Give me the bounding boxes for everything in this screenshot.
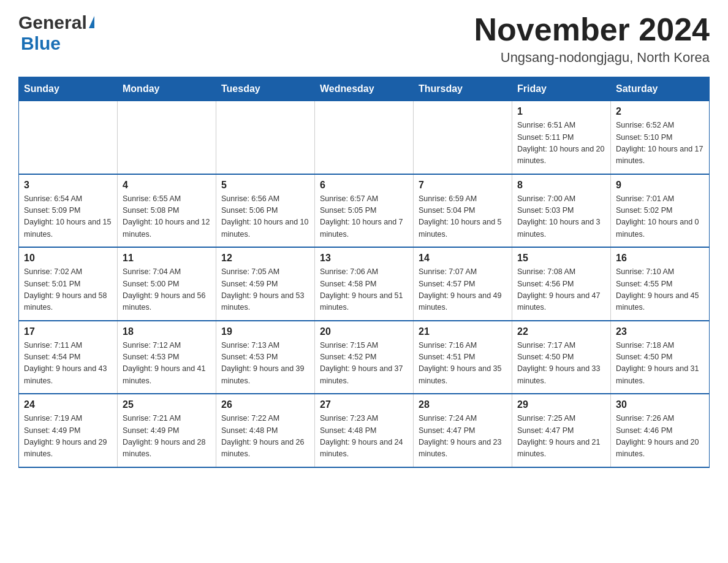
cell-day-number: 27 bbox=[320, 399, 408, 410]
calendar-cell bbox=[19, 101, 118, 174]
cell-info: Sunrise: 6:59 AMSunset: 5:04 PMDaylight:… bbox=[419, 193, 507, 241]
calendar-cell: 9Sunrise: 7:01 AMSunset: 5:02 PMDaylight… bbox=[611, 174, 710, 248]
cell-day-number: 6 bbox=[320, 180, 408, 191]
logo-general-text: General bbox=[18, 12, 87, 33]
cell-day-number: 5 bbox=[221, 180, 309, 191]
cell-info: Sunrise: 6:57 AMSunset: 5:05 PMDaylight:… bbox=[320, 193, 408, 241]
cell-info: Sunrise: 6:52 AMSunset: 5:10 PMDaylight:… bbox=[616, 120, 704, 167]
cell-day-number: 24 bbox=[24, 399, 112, 410]
calendar-cell: 20Sunrise: 7:15 AMSunset: 4:52 PMDayligh… bbox=[315, 321, 414, 394]
cell-info: Sunrise: 7:04 AMSunset: 5:00 PMDaylight:… bbox=[123, 266, 211, 314]
cell-info: Sunrise: 7:00 AMSunset: 5:03 PMDaylight:… bbox=[517, 193, 605, 241]
logo: General Blue bbox=[18, 12, 94, 54]
cell-day-number: 11 bbox=[123, 253, 211, 264]
calendar-week-row: 1Sunrise: 6:51 AMSunset: 5:11 PMDaylight… bbox=[19, 101, 710, 174]
calendar-cell: 17Sunrise: 7:11 AMSunset: 4:54 PMDayligh… bbox=[19, 321, 118, 394]
weekday-header-row: SundayMondayTuesdayWednesdayThursdayFrid… bbox=[19, 77, 710, 101]
calendar-cell: 3Sunrise: 6:54 AMSunset: 5:09 PMDaylight… bbox=[19, 174, 118, 248]
calendar-week-row: 3Sunrise: 6:54 AMSunset: 5:09 PMDaylight… bbox=[19, 174, 710, 248]
calendar-cell bbox=[315, 101, 414, 174]
calendar-cell: 15Sunrise: 7:08 AMSunset: 4:56 PMDayligh… bbox=[512, 247, 611, 321]
weekday-header-friday: Friday bbox=[512, 77, 611, 101]
calendar-cell: 30Sunrise: 7:26 AMSunset: 4:46 PMDayligh… bbox=[611, 394, 710, 467]
cell-day-number: 19 bbox=[221, 326, 309, 337]
cell-info: Sunrise: 7:18 AMSunset: 4:50 PMDaylight:… bbox=[616, 340, 704, 388]
calendar-cell: 6Sunrise: 6:57 AMSunset: 5:05 PMDaylight… bbox=[315, 174, 414, 248]
cell-day-number: 17 bbox=[24, 326, 112, 337]
cell-day-number: 16 bbox=[616, 253, 704, 264]
calendar-table: SundayMondayTuesdayWednesdayThursdayFrid… bbox=[18, 77, 710, 468]
weekday-header-tuesday: Tuesday bbox=[216, 77, 315, 101]
calendar-cell: 12Sunrise: 7:05 AMSunset: 4:59 PMDayligh… bbox=[216, 247, 315, 321]
weekday-header-monday: Monday bbox=[118, 77, 216, 101]
title-area: November 2024 Ungsang-nodongjagu, North … bbox=[474, 12, 710, 66]
calendar-cell: 26Sunrise: 7:22 AMSunset: 4:48 PMDayligh… bbox=[216, 394, 315, 467]
cell-info: Sunrise: 7:12 AMSunset: 4:53 PMDaylight:… bbox=[123, 340, 211, 388]
calendar-cell: 18Sunrise: 7:12 AMSunset: 4:53 PMDayligh… bbox=[118, 321, 216, 394]
calendar-cell: 24Sunrise: 7:19 AMSunset: 4:49 PMDayligh… bbox=[19, 394, 118, 467]
cell-day-number: 12 bbox=[221, 253, 309, 264]
cell-info: Sunrise: 7:19 AMSunset: 4:49 PMDaylight:… bbox=[24, 413, 112, 461]
cell-info: Sunrise: 7:25 AMSunset: 4:47 PMDaylight:… bbox=[517, 413, 605, 461]
calendar-cell: 13Sunrise: 7:06 AMSunset: 4:58 PMDayligh… bbox=[315, 247, 414, 321]
cell-info: Sunrise: 6:56 AMSunset: 5:06 PMDaylight:… bbox=[221, 193, 309, 241]
cell-day-number: 7 bbox=[419, 180, 507, 191]
cell-day-number: 10 bbox=[24, 253, 112, 264]
cell-day-number: 9 bbox=[616, 180, 704, 191]
cell-day-number: 8 bbox=[517, 180, 605, 191]
cell-info: Sunrise: 7:15 AMSunset: 4:52 PMDaylight:… bbox=[320, 340, 408, 388]
calendar-cell: 14Sunrise: 7:07 AMSunset: 4:57 PMDayligh… bbox=[414, 247, 512, 321]
calendar-cell: 1Sunrise: 6:51 AMSunset: 5:11 PMDaylight… bbox=[512, 101, 611, 174]
cell-info: Sunrise: 7:05 AMSunset: 4:59 PMDaylight:… bbox=[221, 266, 309, 314]
calendar-cell bbox=[216, 101, 315, 174]
calendar-cell: 22Sunrise: 7:17 AMSunset: 4:50 PMDayligh… bbox=[512, 321, 611, 394]
cell-info: Sunrise: 7:08 AMSunset: 4:56 PMDaylight:… bbox=[517, 266, 605, 314]
calendar-cell: 23Sunrise: 7:18 AMSunset: 4:50 PMDayligh… bbox=[611, 321, 710, 394]
cell-info: Sunrise: 7:11 AMSunset: 4:54 PMDaylight:… bbox=[24, 340, 112, 388]
calendar-cell: 10Sunrise: 7:02 AMSunset: 5:01 PMDayligh… bbox=[19, 247, 118, 321]
cell-info: Sunrise: 7:01 AMSunset: 5:02 PMDaylight:… bbox=[616, 193, 704, 241]
calendar-cell: 21Sunrise: 7:16 AMSunset: 4:51 PMDayligh… bbox=[414, 321, 512, 394]
cell-info: Sunrise: 7:02 AMSunset: 5:01 PMDaylight:… bbox=[24, 266, 112, 314]
calendar-cell: 5Sunrise: 6:56 AMSunset: 5:06 PMDaylight… bbox=[216, 174, 315, 248]
cell-info: Sunrise: 7:06 AMSunset: 4:58 PMDaylight:… bbox=[320, 266, 408, 314]
cell-day-number: 28 bbox=[419, 399, 507, 410]
cell-info: Sunrise: 6:54 AMSunset: 5:09 PMDaylight:… bbox=[24, 193, 112, 241]
cell-day-number: 21 bbox=[419, 326, 507, 337]
cell-day-number: 22 bbox=[517, 326, 605, 337]
cell-info: Sunrise: 7:24 AMSunset: 4:47 PMDaylight:… bbox=[419, 413, 507, 461]
cell-day-number: 14 bbox=[419, 253, 507, 264]
cell-day-number: 18 bbox=[123, 326, 211, 337]
cell-info: Sunrise: 7:23 AMSunset: 4:48 PMDaylight:… bbox=[320, 413, 408, 461]
cell-info: Sunrise: 7:16 AMSunset: 4:51 PMDaylight:… bbox=[419, 340, 507, 388]
calendar-title: November 2024 bbox=[474, 12, 710, 47]
weekday-header-thursday: Thursday bbox=[414, 77, 512, 101]
calendar-week-row: 10Sunrise: 7:02 AMSunset: 5:01 PMDayligh… bbox=[19, 247, 710, 321]
calendar-cell: 25Sunrise: 7:21 AMSunset: 4:49 PMDayligh… bbox=[118, 394, 216, 467]
cell-day-number: 1 bbox=[517, 106, 605, 117]
cell-day-number: 23 bbox=[616, 326, 704, 337]
cell-day-number: 4 bbox=[123, 180, 211, 191]
weekday-header-saturday: Saturday bbox=[611, 77, 710, 101]
cell-day-number: 13 bbox=[320, 253, 408, 264]
calendar-cell: 29Sunrise: 7:25 AMSunset: 4:47 PMDayligh… bbox=[512, 394, 611, 467]
calendar-week-row: 24Sunrise: 7:19 AMSunset: 4:49 PMDayligh… bbox=[19, 394, 710, 467]
calendar-cell: 27Sunrise: 7:23 AMSunset: 4:48 PMDayligh… bbox=[315, 394, 414, 467]
calendar-cell bbox=[414, 101, 512, 174]
cell-info: Sunrise: 6:55 AMSunset: 5:08 PMDaylight:… bbox=[123, 193, 211, 241]
calendar-week-row: 17Sunrise: 7:11 AMSunset: 4:54 PMDayligh… bbox=[19, 321, 710, 394]
calendar-cell: 28Sunrise: 7:24 AMSunset: 4:47 PMDayligh… bbox=[414, 394, 512, 467]
cell-info: Sunrise: 7:10 AMSunset: 4:55 PMDaylight:… bbox=[616, 266, 704, 314]
logo-blue-text: Blue bbox=[21, 33, 61, 53]
cell-day-number: 3 bbox=[24, 180, 112, 191]
cell-day-number: 26 bbox=[221, 399, 309, 410]
cell-info: Sunrise: 7:07 AMSunset: 4:57 PMDaylight:… bbox=[419, 266, 507, 314]
cell-day-number: 29 bbox=[517, 399, 605, 410]
calendar-cell bbox=[118, 101, 216, 174]
cell-info: Sunrise: 6:51 AMSunset: 5:11 PMDaylight:… bbox=[517, 120, 605, 167]
header: General Blue November 2024 Ungsang-nodon… bbox=[18, 12, 710, 66]
cell-info: Sunrise: 7:26 AMSunset: 4:46 PMDaylight:… bbox=[616, 413, 704, 461]
cell-info: Sunrise: 7:21 AMSunset: 4:49 PMDaylight:… bbox=[123, 413, 211, 461]
cell-info: Sunrise: 7:17 AMSunset: 4:50 PMDaylight:… bbox=[517, 340, 605, 388]
calendar-subtitle: Ungsang-nodongjagu, North Korea bbox=[474, 50, 710, 66]
